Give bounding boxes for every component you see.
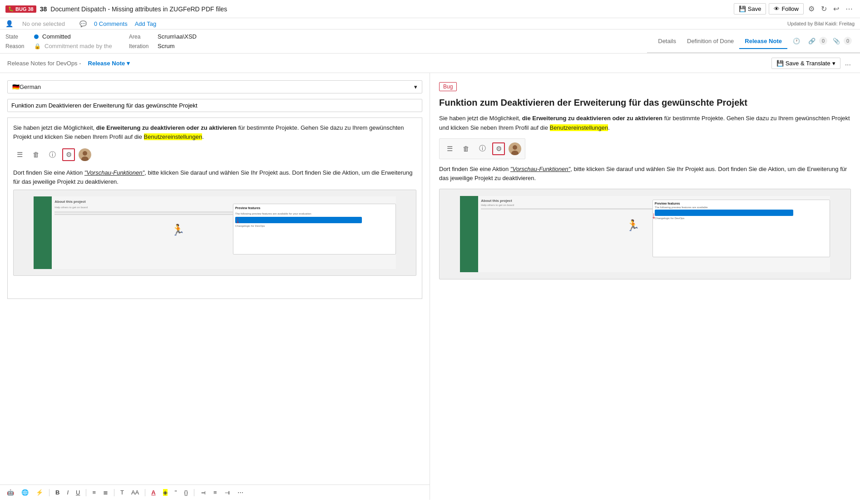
iteration-row: Iteration Scrum bbox=[129, 43, 197, 49]
highlight-button[interactable]: ◈ bbox=[161, 488, 170, 497]
header-actions: 💾 Save 👁 Follow ⚙ ↻ ↩ ⋯ bbox=[734, 3, 855, 15]
refresh-button[interactable]: ↻ bbox=[819, 3, 829, 15]
state-label: State bbox=[5, 34, 30, 40]
preview-settings-icon: ⚙ bbox=[492, 142, 505, 155]
reason-value[interactable]: Commitment made by the bbox=[44, 43, 112, 49]
toolbar-separator-4 bbox=[145, 489, 145, 496]
preview-info-icon: ⓘ bbox=[476, 142, 489, 155]
info-icon[interactable]: ⓘ bbox=[46, 148, 59, 161]
preview-paragraph-2: Dort finden Sie eine Aktion "Vorschau-Fu… bbox=[439, 165, 851, 184]
lang-chevron-icon: ▾ bbox=[414, 83, 417, 90]
toolbar-separator-3 bbox=[114, 489, 114, 496]
save-translate-button[interactable]: 💾 Save & Translate ▾ bbox=[771, 58, 840, 69]
trash-icon[interactable]: 🗑 bbox=[30, 148, 42, 161]
dropdown-arrow-icon: ▾ bbox=[832, 60, 835, 67]
code-button[interactable]: {} bbox=[182, 488, 190, 497]
settings-button[interactable]: ⚙ bbox=[806, 3, 816, 15]
heading-button[interactable]: T bbox=[118, 488, 126, 497]
inline-toolbar: ☰ 🗑 ⓘ ⚙ bbox=[13, 145, 416, 165]
area-label: Area bbox=[129, 34, 154, 40]
preview-screenshot: About this project Help others to get on… bbox=[439, 189, 851, 279]
settings-gear-icon[interactable]: ⚙ bbox=[62, 148, 75, 161]
undo-button[interactable]: ↩ bbox=[831, 3, 841, 15]
user-icon: 👤 bbox=[5, 20, 13, 27]
work-item-id: 38 bbox=[40, 5, 47, 13]
language-selector[interactable]: 🇩🇪 German ▾ bbox=[7, 80, 422, 93]
follow-button[interactable]: 👁 Follow bbox=[769, 3, 804, 15]
translate-button[interactable]: 🌐 bbox=[19, 488, 31, 497]
attachment-icon: 📎 bbox=[833, 38, 840, 44]
editor-content-area[interactable]: Sie haben jetzt die Möglichkeit, die Erw… bbox=[7, 117, 422, 299]
align-right-button[interactable]: ⫣ bbox=[222, 488, 232, 497]
iteration-label: Iteration bbox=[129, 43, 154, 49]
history-tab[interactable]: 🕐 bbox=[787, 34, 806, 48]
comments-link[interactable]: 0 Comments bbox=[94, 20, 128, 27]
editor-inner: 🇩🇪 German ▾ Sie haben jetzt die Möglichk… bbox=[0, 73, 430, 484]
list-icon[interactable]: ☰ bbox=[13, 148, 26, 161]
toolbar-separator-2 bbox=[86, 489, 86, 496]
preview-user-avatar bbox=[509, 142, 521, 155]
comments-icon: 💬 bbox=[79, 20, 87, 27]
title-input[interactable] bbox=[7, 99, 422, 112]
more-options-second-button[interactable]: ... bbox=[843, 57, 853, 69]
german-flag: 🇩🇪 bbox=[12, 83, 20, 90]
bug-badge: 🐛 BUG 38 bbox=[5, 5, 36, 13]
save-button[interactable]: 💾 Save bbox=[734, 3, 766, 15]
ol-button[interactable]: ≣ bbox=[101, 488, 110, 497]
preview-bug-tag: Bug bbox=[439, 82, 457, 91]
reason-label: Reason bbox=[5, 43, 30, 49]
italic-button[interactable]: I bbox=[64, 488, 71, 497]
top-bar: 🐛 BUG 38 38 Document Dispatch - Missing … bbox=[0, 0, 860, 18]
no-one-selected: No one selected bbox=[22, 20, 65, 27]
ai-button[interactable]: 🤖 bbox=[5, 488, 16, 497]
save-icon: 💾 bbox=[739, 5, 746, 12]
iteration-value[interactable]: Scrum bbox=[158, 43, 175, 49]
link-icon: 🔗 bbox=[808, 38, 816, 44]
preview-panel: Bug Funktion zum Deaktivieren der Erweit… bbox=[430, 73, 860, 500]
updated-text: Updated by Bilal Kaidi: Freitag bbox=[787, 21, 855, 26]
chevron-down-icon: ▾ bbox=[127, 60, 130, 67]
editor-paragraph-1: Sie haben jetzt die Möglichkeit, die Erw… bbox=[13, 123, 416, 141]
reason-row: Reason 🔒 Commitment made by the bbox=[5, 43, 113, 49]
more-options-button[interactable]: ⋯ bbox=[844, 3, 855, 15]
meta-left: State Committed Reason 🔒 Commitment made… bbox=[0, 29, 118, 53]
quote-button[interactable]: " bbox=[173, 488, 179, 497]
preview-trash-icon: 🗑 bbox=[460, 142, 472, 155]
align-left-button[interactable]: ⫤ bbox=[198, 488, 208, 497]
preview-inline-toolbar: ☰ 🗑 ⓘ ⚙ bbox=[439, 138, 525, 159]
save-translate-icon: 💾 bbox=[776, 60, 784, 67]
release-note-dropdown[interactable]: Release Note ▾ bbox=[85, 59, 133, 68]
second-header: Release Notes for DevOps - Release Note … bbox=[0, 54, 860, 73]
area-row: Area Scrum\aa\XSD bbox=[129, 33, 197, 40]
toolbar-separator-5 bbox=[194, 489, 194, 496]
editor-screenshot: About this project Help others to get on… bbox=[13, 190, 416, 276]
lightning-button[interactable]: ⚡ bbox=[34, 488, 45, 497]
svg-point-4 bbox=[513, 145, 517, 150]
tab-definition-of-done[interactable]: Definition of Done bbox=[682, 34, 739, 49]
eye-icon: 👁 bbox=[774, 5, 780, 12]
attachments-count: 0 bbox=[844, 37, 852, 45]
state-value[interactable]: Committed bbox=[42, 33, 71, 40]
area-value[interactable]: Scrum\aa\XSD bbox=[158, 33, 197, 40]
font-color-button[interactable]: A bbox=[149, 488, 158, 497]
ul-button[interactable]: ≡ bbox=[90, 488, 98, 497]
work-item-title: Document Dispatch - Missing attributes i… bbox=[50, 5, 730, 13]
font-size-button[interactable]: AA bbox=[129, 488, 141, 497]
preview-title: Funktion zum Deaktivieren der Erweiterun… bbox=[439, 97, 851, 108]
attachments-tab[interactable]: 📎 0 bbox=[830, 33, 855, 49]
lock-icon: 🔒 bbox=[34, 43, 41, 49]
preview-list-icon: ☰ bbox=[443, 142, 456, 155]
tab-release-note[interactable]: Release Note bbox=[739, 34, 787, 49]
add-tag-button[interactable]: Add Tag bbox=[135, 20, 156, 27]
main-content: 🇩🇪 German ▾ Sie haben jetzt die Möglichk… bbox=[0, 73, 860, 500]
more-toolbar-button[interactable]: ⋯ bbox=[235, 488, 246, 497]
state-row: State Committed bbox=[5, 33, 113, 40]
bold-button[interactable]: B bbox=[53, 488, 62, 497]
links-tab[interactable]: 🔗 0 bbox=[806, 33, 830, 49]
tab-details[interactable]: Details bbox=[652, 34, 682, 49]
language-label: German bbox=[20, 83, 41, 90]
release-notes-prefix: Release Notes for DevOps - bbox=[7, 60, 81, 67]
underline-button[interactable]: U bbox=[74, 488, 82, 497]
right-actions: 💾 Save & Translate ▾ ... bbox=[771, 57, 853, 69]
align-center-button[interactable]: ≡ bbox=[211, 488, 219, 497]
